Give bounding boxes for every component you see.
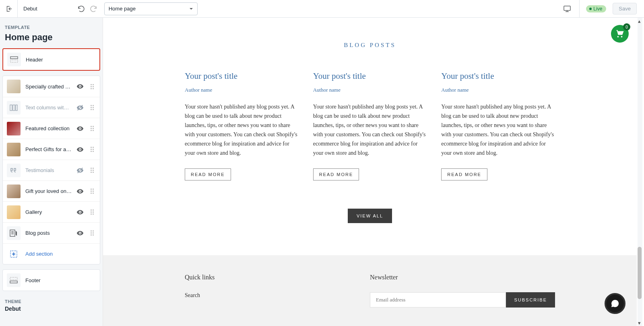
section-row[interactable]: Blog posts — [3, 222, 100, 243]
live-status-pill[interactable]: Live — [586, 5, 606, 12]
post-author[interactable]: Author name — [441, 87, 555, 93]
footer-link-search[interactable]: Search — [185, 292, 370, 299]
theme-name: Debut — [18, 6, 43, 12]
section-label: Gift your loved ones! — [25, 188, 72, 194]
section-row-footer[interactable]: Footer — [3, 270, 100, 291]
store-footer: Quick links Search Newsletter SUBSCRIBE — [103, 255, 637, 326]
section-thumb — [7, 164, 21, 177]
newsletter-heading: Newsletter — [370, 274, 555, 281]
section-row-header[interactable]: Header — [3, 49, 99, 70]
drag-handle[interactable] — [89, 189, 95, 194]
section-thumb — [7, 80, 21, 93]
drag-handle[interactable] — [89, 84, 95, 89]
view-all-button[interactable]: VIEW ALL — [348, 209, 392, 223]
newsletter-email-input[interactable] — [370, 292, 506, 308]
section-row[interactable]: Gift your loved ones! — [3, 180, 100, 201]
section-label: Gallery — [25, 209, 72, 215]
post-author[interactable]: Author name — [185, 87, 299, 93]
read-more-button[interactable]: READ MORE — [441, 168, 487, 180]
quick-links-heading: Quick links — [185, 274, 370, 281]
section-row[interactable]: Perfect Gifts for all ... — [3, 139, 100, 160]
section-row[interactable]: Text columns with i... — [3, 97, 100, 118]
read-more-button[interactable]: READ MORE — [313, 168, 359, 180]
visibility-toggle[interactable] — [76, 209, 85, 216]
add-section-button[interactable]: Add section — [3, 243, 100, 264]
section-label: Header — [26, 57, 95, 63]
blog-post: Your post's titleAuthor nameYour store h… — [441, 71, 555, 180]
section-header-panel: Header — [2, 48, 100, 71]
subscribe-button[interactable]: SUBSCRIBE — [506, 292, 555, 308]
theme-label: THEME — [2, 291, 100, 305]
section-footer-panel: Footer — [2, 269, 100, 291]
post-title[interactable]: Your post's title — [313, 71, 427, 81]
save-button[interactable]: Save — [613, 3, 637, 14]
visibility-toggle[interactable] — [76, 83, 85, 90]
svg-rect-2 — [10, 60, 18, 62]
sections-panel: Specially crafted for...Text columns wit… — [2, 76, 100, 264]
section-label: Blog posts — [25, 230, 72, 236]
drag-handle[interactable] — [89, 168, 95, 173]
visibility-toggle[interactable] — [76, 125, 85, 132]
svg-point-9 — [79, 149, 80, 150]
section-label: Perfect Gifts for all ... — [25, 146, 72, 152]
drag-handle[interactable] — [89, 126, 95, 131]
scroll-up-arrow[interactable]: ▴ — [637, 18, 642, 23]
visibility-toggle[interactable] — [76, 188, 85, 195]
post-title[interactable]: Your post's title — [185, 71, 299, 81]
svg-rect-1 — [10, 57, 18, 59]
undo-button[interactable] — [75, 3, 87, 14]
svg-rect-19 — [10, 277, 17, 280]
svg-rect-4 — [10, 105, 12, 111]
section-row[interactable]: Testimonials — [3, 160, 100, 180]
redo-button[interactable] — [88, 3, 99, 14]
page-select-dropdown[interactable]: Home page — [104, 2, 198, 15]
blog-post: Your post's titleAuthor nameYour store h… — [185, 71, 299, 180]
svg-point-12 — [79, 211, 80, 213]
viewport-desktop-button[interactable] — [561, 3, 573, 14]
post-author[interactable]: Author name — [313, 87, 427, 93]
section-label: Specially crafted for... — [25, 84, 72, 90]
post-excerpt: Your store hasn't published any blog pos… — [441, 102, 555, 158]
chevron-down-icon — [189, 7, 193, 11]
section-thumb — [7, 185, 21, 198]
cart-icon — [615, 29, 624, 38]
section-thumb — [7, 101, 21, 115]
preview-scrollbar-track[interactable]: ▴ ▾ — [638, 18, 642, 326]
add-icon — [7, 247, 21, 261]
svg-point-11 — [79, 191, 80, 192]
section-thumb — [7, 226, 21, 240]
scroll-down-arrow[interactable]: ▾ — [637, 320, 642, 325]
visibility-toggle[interactable] — [76, 230, 85, 237]
section-row[interactable]: Featured collection — [3, 118, 100, 139]
visibility-toggle[interactable] — [76, 146, 85, 153]
visibility-toggle[interactable] — [76, 104, 85, 111]
template-title: Home page — [2, 32, 100, 48]
blog-post: Your post's titleAuthor nameYour store h… — [313, 71, 427, 180]
desktop-icon — [564, 6, 571, 12]
section-row[interactable]: Specially crafted for... — [3, 76, 100, 97]
svg-point-3 — [79, 86, 80, 87]
svg-rect-6 — [16, 105, 17, 111]
post-title[interactable]: Your post's title — [441, 71, 555, 81]
chat-icon — [610, 299, 620, 308]
visibility-toggle[interactable] — [76, 167, 85, 174]
preview-area: BLOG POSTS Your post's titleAuthor nameY… — [103, 18, 644, 326]
cart-count-badge: 0 — [623, 23, 630, 31]
drag-handle[interactable] — [89, 147, 95, 152]
section-row[interactable]: Gallery — [3, 201, 100, 222]
read-more-button[interactable]: READ MORE — [185, 168, 231, 180]
drag-handle[interactable] — [89, 105, 95, 110]
back-button[interactable] — [0, 0, 18, 18]
drag-handle[interactable] — [89, 230, 95, 236]
preview-scroll[interactable]: BLOG POSTS Your post's titleAuthor nameY… — [103, 18, 637, 326]
topbar: Debut Home page Live Save — [0, 0, 644, 18]
chat-button[interactable] — [605, 293, 625, 314]
section-label: Footer — [25, 277, 95, 283]
exit-icon — [5, 5, 12, 12]
section-thumb — [7, 122, 21, 135]
section-label: Text columns with i... — [25, 105, 72, 111]
drag-handle[interactable] — [89, 209, 95, 215]
cart-button[interactable]: 0 — [611, 25, 629, 43]
post-excerpt: Your store hasn't published any blog pos… — [313, 102, 427, 158]
preview-scrollbar-thumb[interactable] — [638, 247, 642, 299]
